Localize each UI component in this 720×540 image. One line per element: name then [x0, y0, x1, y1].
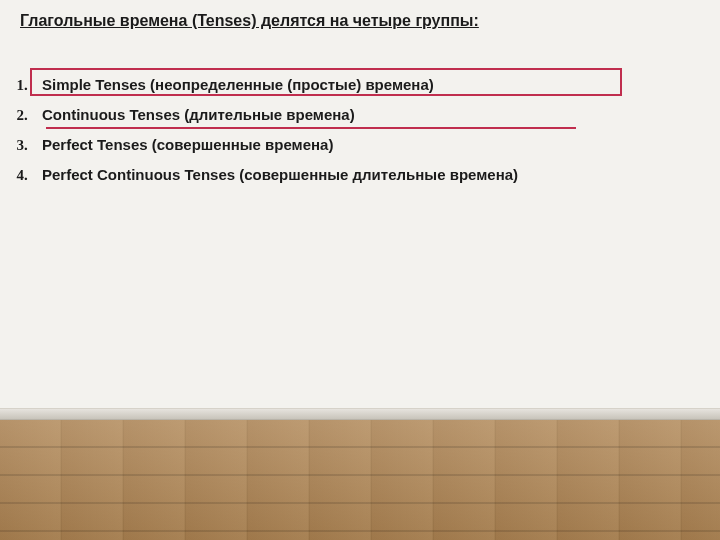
- list-item: 1 . Simple Tenses (неопределенные (прост…: [2, 76, 518, 106]
- slide-heading: Глагольные времена (Tenses) делятся на ч…: [20, 12, 479, 30]
- list-number: 3: [2, 137, 24, 154]
- list-number: 1: [2, 77, 24, 94]
- list-text: Continuous Tenses (длительные времена): [42, 106, 355, 123]
- tense-list: 1 . Simple Tenses (неопределенные (прост…: [2, 76, 518, 196]
- baseboard: [0, 408, 720, 420]
- list-text: Perfect Tenses (совершенные времена): [42, 136, 333, 153]
- list-dot: .: [24, 137, 42, 154]
- list-number: 4: [2, 167, 24, 184]
- slide: Глагольные времена (Tenses) делятся на ч…: [0, 0, 720, 540]
- list-item: 3 . Perfect Tenses (совершенные времена): [2, 136, 518, 166]
- floor-texture: [0, 420, 720, 540]
- list-text: Simple Tenses (неопределенные (простые) …: [42, 76, 434, 93]
- list-item: 2 . Continuous Tenses (длительные времен…: [2, 106, 518, 136]
- list-number: 2: [2, 107, 24, 124]
- list-item: 4 . Perfect Continuous Tenses (совершенн…: [2, 166, 518, 196]
- list-dot: .: [24, 107, 42, 124]
- list-dot: .: [24, 167, 42, 184]
- list-dot: .: [24, 77, 42, 94]
- list-text: Perfect Continuous Tenses (совершенные д…: [42, 166, 518, 183]
